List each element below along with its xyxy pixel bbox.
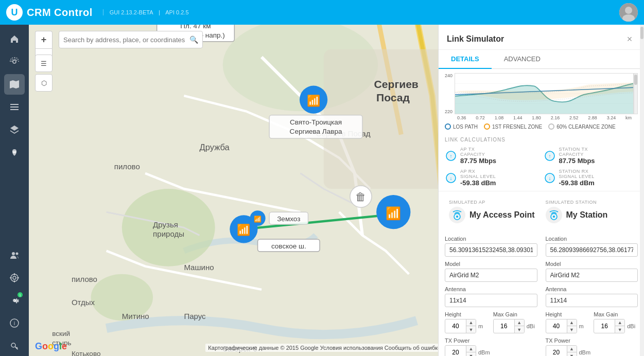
ap-antenna-label: Antenna xyxy=(445,286,537,292)
station-gain-group: Max Gain ▲ ▼ dBi xyxy=(594,311,638,333)
svg-text:природы: природы xyxy=(153,229,184,238)
panel-close-button[interactable]: × xyxy=(623,33,636,45)
station-gain-input[interactable] xyxy=(594,320,615,332)
ap-antenna-input[interactable] xyxy=(445,294,537,307)
settings-badge: 1 xyxy=(18,292,23,297)
device-forms: Location Model Antenna Height xyxy=(439,232,644,356)
svg-point-3 xyxy=(13,60,16,63)
sidebar-item-home[interactable] xyxy=(4,29,25,49)
station-rx-info: STATION RXSIGNAL LEVEL -59.38 dBm xyxy=(559,169,595,187)
user-avatar[interactable] xyxy=(619,3,638,22)
sidebar-item-settings[interactable]: 1 xyxy=(4,290,25,311)
svg-point-105 xyxy=(456,216,458,218)
station-height-stepper[interactable]: ▲ ▼ xyxy=(546,319,577,333)
search-bar[interactable]: 🔍 xyxy=(59,31,203,48)
station-tx-info: STATION TXCAPACITY 87.75 Mbps xyxy=(559,147,595,165)
search-input[interactable] xyxy=(63,36,189,44)
ap-rx-info: AP RXSIGNAL LEVEL -59.38 dBm xyxy=(460,169,496,187)
small-marker: 📶 xyxy=(250,210,265,226)
ap-gain-stepper[interactable]: ▲ ▼ xyxy=(493,319,525,333)
legend-clearance: 60% CLEARANCE ZONE xyxy=(548,123,615,130)
station-height-up[interactable]: ▲ xyxy=(567,319,577,326)
station-gain-stepper[interactable]: ▲ ▼ xyxy=(594,319,625,333)
ap-model-input[interactable] xyxy=(445,269,537,282)
station-device-icon xyxy=(546,207,562,223)
tab-advanced[interactable]: ADVANCED xyxy=(492,50,553,69)
ap-txpower-input[interactable] xyxy=(445,346,466,356)
station-height-group: Height ▲ ▼ m xyxy=(546,311,590,333)
ap-tx-value: 87.75 Mbps xyxy=(460,157,496,165)
ap-type-label: SIMULATED AP xyxy=(449,200,537,205)
sidebar-item-markers[interactable] xyxy=(4,142,25,163)
sidebar-item-users[interactable] xyxy=(4,245,25,265)
ap-tx-icon: ↑ xyxy=(445,150,457,162)
ap-gain-down[interactable]: ▼ xyxy=(515,326,524,333)
panel-tabs: DETAILS ADVANCED xyxy=(439,50,644,69)
sidebar-item-list[interactable] xyxy=(4,97,25,117)
station-height-label: Height xyxy=(546,311,590,317)
station-txpower-up[interactable]: ▲ xyxy=(567,346,577,352)
map-list-button[interactable]: ☰ xyxy=(35,55,53,72)
ap-location-input[interactable] xyxy=(445,243,537,257)
ap-gain-up[interactable]: ▲ xyxy=(515,319,524,326)
ap-gain-input[interactable] xyxy=(494,320,514,332)
ap-txpower-group: TX Power ▲ ▼ dBm xyxy=(445,337,537,356)
svg-text:📶: 📶 xyxy=(237,223,251,237)
svg-text:пилово: пилово xyxy=(72,275,97,283)
station-antenna-input[interactable] xyxy=(546,294,638,307)
ap-height-up[interactable]: ▲ xyxy=(466,319,476,326)
svg-text:Земхоз: Земхоз xyxy=(277,215,300,223)
station-gain-up[interactable]: ▲ xyxy=(615,319,624,326)
sidebar-item-radio[interactable] xyxy=(4,51,25,72)
station-txpower-stepper[interactable]: ▲ ▼ xyxy=(546,345,577,356)
zoom-in-button[interactable]: + xyxy=(35,31,53,48)
ap-txpower-stepper[interactable]: ▲ ▼ xyxy=(445,345,476,356)
ap-height-unit: m xyxy=(478,323,483,329)
station-txpower-unit: dBm xyxy=(579,349,591,355)
legend-fresnel-dot xyxy=(484,123,490,130)
ap-txpower-up[interactable]: ▲ xyxy=(466,346,476,352)
ap-txpower-down[interactable]: ▼ xyxy=(466,352,476,356)
sidebar-item-info[interactable]: i xyxy=(4,313,25,333)
sidebar-item-target[interactable] xyxy=(4,268,25,288)
station-gain-down[interactable]: ▼ xyxy=(615,326,624,333)
svg-rect-4 xyxy=(10,104,19,105)
svg-point-18 xyxy=(11,343,15,347)
svg-text:Митино: Митино xyxy=(122,312,149,321)
sidebar-item-map[interactable] xyxy=(4,74,25,95)
ap-height-down[interactable]: ▼ xyxy=(466,326,476,333)
station-rx-signal: ↓ STATION RXSIGNAL LEVEL -59.38 dBm xyxy=(544,169,638,187)
station-txpower-input[interactable] xyxy=(546,346,567,356)
station-location-input[interactable] xyxy=(546,243,638,257)
ap-txpower-unit: dBm xyxy=(478,349,490,355)
station-txpower-label: TX Power xyxy=(546,337,638,344)
ap-rx-value: -59.38 dBm xyxy=(460,179,496,187)
tab-details[interactable]: DETAILS xyxy=(439,50,492,69)
station-height-input[interactable] xyxy=(546,320,567,332)
station-type-label: SIMULATED STATION xyxy=(546,200,634,205)
ap-model-group: Model xyxy=(445,261,537,282)
station-tx-icon: ↑ xyxy=(544,150,556,162)
svg-text:Машино: Машино xyxy=(184,263,214,272)
station-model-input[interactable] xyxy=(546,269,638,282)
legend-los: LOS PATH xyxy=(445,123,478,130)
svg-text:Друзья: Друзья xyxy=(153,220,178,229)
chart-scrollbar[interactable] xyxy=(634,73,638,114)
ap-height-stepper[interactable]: ▲ ▼ xyxy=(445,319,476,333)
ap-tx-info: AP TXCAPACITY 87.75 Mbps xyxy=(460,147,496,165)
svg-text:Отдых: Отдых xyxy=(72,298,95,307)
ap-height-input[interactable] xyxy=(445,320,466,332)
station-txpower-down[interactable]: ▼ xyxy=(567,352,577,356)
map-layers-button[interactable]: ⬡ xyxy=(35,74,53,92)
google-logo: Google xyxy=(35,341,67,352)
right-panel-scrollbar[interactable] xyxy=(640,25,644,356)
station-height-down[interactable]: ▼ xyxy=(567,326,577,333)
sidebar-item-key[interactable] xyxy=(4,335,25,356)
map-extra-controls: ☰ ⬡ xyxy=(35,55,53,92)
ap-height-gain-row: Height ▲ ▼ m Max Gain xyxy=(445,311,537,333)
brand-name: CRM Control xyxy=(27,7,93,19)
search-icon[interactable]: 🔍 xyxy=(189,35,198,44)
svg-point-8 xyxy=(12,252,15,255)
sidebar-item-layers[interactable] xyxy=(4,119,25,140)
station-gain-label: Max Gain xyxy=(594,311,638,317)
